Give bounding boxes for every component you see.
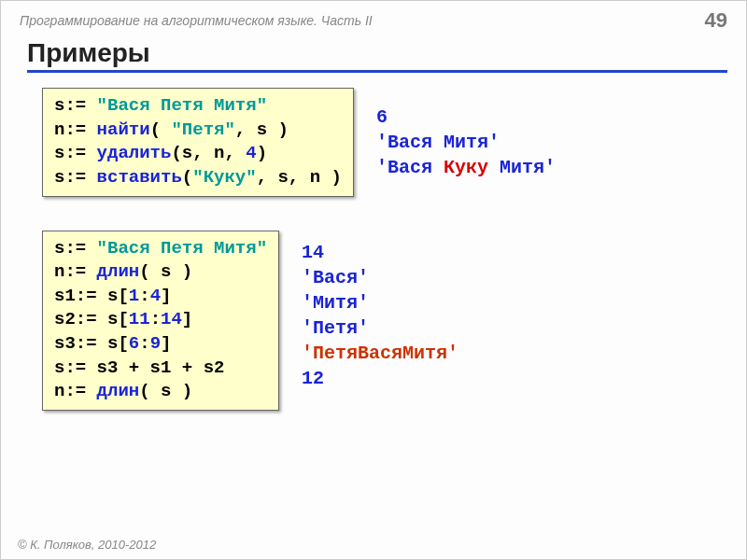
- slide-title: Примеры: [27, 38, 727, 73]
- code-line: s1:= s[1:4]: [54, 286, 171, 306]
- example-row-1: s:= "Вася Петя Митя" n:= найти( "Петя", …: [42, 88, 727, 197]
- code-line: s:= s3 + s1 + s2: [54, 357, 224, 378]
- output-line: 14: [302, 240, 458, 265]
- code-line: s:= вставить("Куку", s, n ): [54, 167, 342, 188]
- code-line: n:= найти( "Петя", s ): [54, 119, 289, 140]
- output-line: 'Петя': [302, 315, 458, 341]
- code-line: n:= длин( s ): [54, 261, 192, 282]
- code-line: s:= "Вася Петя Митя": [54, 238, 267, 259]
- slide-header: Программирование на алгоритмическом язык…: [1, 1, 746, 36]
- code-line: s2:= s[11:14]: [54, 309, 192, 329]
- slide-footer: © К. Поляков, 2010-2012: [18, 538, 156, 552]
- output-block-2: 14 'Вася' 'Митя' 'Петя' 'ПетяВасяМитя' 1…: [302, 231, 458, 391]
- code-line: s3:= s[6:9]: [54, 333, 171, 354]
- code-block-2: s:= "Вася Петя Митя" n:= длин( s ) s1:= …: [42, 231, 279, 411]
- output-line: 6: [376, 105, 556, 130]
- code-block-1: s:= "Вася Петя Митя" n:= найти( "Петя", …: [42, 88, 354, 197]
- output-block-1: 6 'Вася Митя' 'Вася Куку Митя': [376, 88, 556, 180]
- output-line: 'Вася Митя': [376, 130, 556, 155]
- code-line: s:= удалить(s, n, 4): [54, 143, 267, 163]
- output-line: 'Вася Куку Митя': [376, 155, 556, 180]
- code-line: s:= "Вася Петя Митя": [54, 95, 267, 116]
- output-line: 12: [302, 366, 458, 391]
- header-subtitle: Программирование на алгоритмическом язык…: [20, 13, 373, 28]
- code-line: n:= длин( s ): [54, 381, 192, 401]
- output-line: 'ПетяВасяМитя': [302, 341, 458, 366]
- example-row-2: s:= "Вася Петя Митя" n:= длин( s ) s1:= …: [42, 197, 727, 411]
- output-line: 'Митя': [302, 290, 458, 315]
- output-line: 'Вася': [302, 265, 458, 290]
- title-section: Примеры: [1, 36, 746, 73]
- slide: Программирование на алгоритмическом язык…: [0, 0, 747, 560]
- page-number: 49: [705, 8, 727, 33]
- slide-content: s:= "Вася Петя Митя" n:= найти( "Петя", …: [1, 73, 746, 420]
